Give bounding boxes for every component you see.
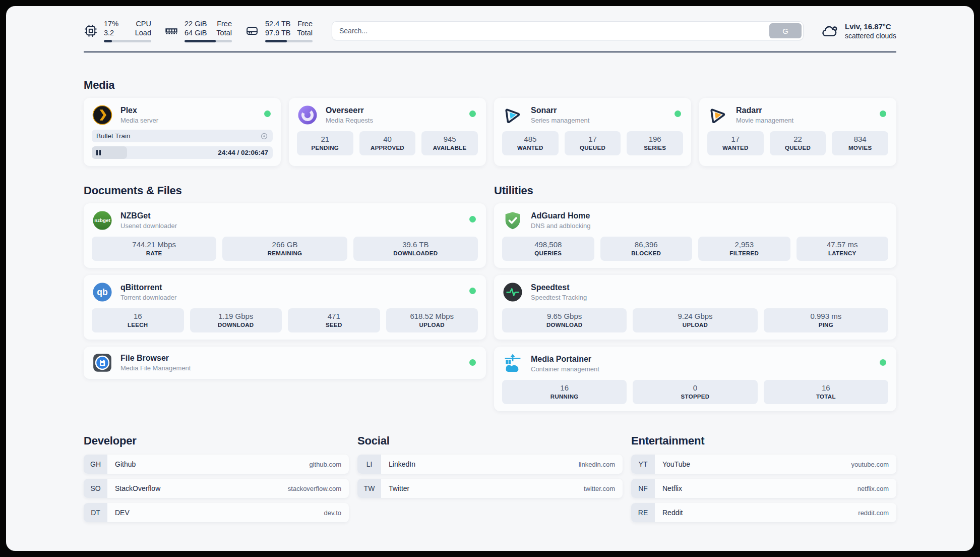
stat-leech: 16LEECH	[92, 308, 184, 332]
link-dev[interactable]: DT DEV dev.to	[84, 503, 349, 522]
link-github[interactable]: GH Github github.com	[84, 455, 349, 474]
link-label: Netflix	[662, 484, 682, 492]
app-name: Media Portainer	[531, 354, 599, 364]
link-url: reddit.com	[858, 509, 889, 517]
link-abbr: TW	[357, 479, 381, 498]
cpu-icon	[84, 24, 98, 38]
overseerr-icon	[297, 104, 318, 126]
link-label: StackOverflow	[115, 484, 160, 492]
pause-icon[interactable]	[96, 150, 103, 155]
app-name: Plex	[120, 105, 158, 116]
link-url: youtube.com	[851, 461, 889, 468]
app-name: AdGuard Home	[531, 211, 591, 221]
stat-filtered: 2,953FILTERED	[698, 237, 790, 261]
app-card-overseerr[interactable]: Overseerr Media Requests 21PENDING 40APP…	[289, 98, 486, 166]
app-card-nzbget[interactable]: nzbget NZBGet Usenet downloader 744.21 M…	[84, 203, 486, 268]
app-card-qbittorrent[interactable]: qb qBittorrent Torrent downloader 16LEEC…	[84, 275, 486, 340]
stat-ping: 0.993 msPING	[764, 308, 888, 332]
app-subtitle: Torrent downloader	[120, 293, 176, 302]
app-subtitle: Container management	[531, 365, 599, 373]
link-url: dev.to	[324, 509, 341, 517]
disk-label-1: Free	[297, 19, 313, 28]
app-card-portainer[interactable]: Media Portainer Container management 16R…	[494, 347, 896, 411]
app-subtitle: Series management	[531, 116, 589, 125]
stat-stopped: 0STOPPED	[633, 380, 757, 404]
sonarr-icon	[502, 104, 523, 126]
section-title-utilities: Utilities	[494, 184, 896, 197]
stat-rate: 744.21 MbpsRATE	[92, 237, 216, 261]
stat-total: 16TOTAL	[764, 380, 888, 404]
search-engine-button[interactable]: G	[769, 23, 802, 38]
media-cards: Plex Media server Bullet Train 24:44 / 0…	[84, 98, 896, 166]
status-dot	[469, 288, 476, 294]
documents-column: Documents & Files nzbget NZBGet Usenet d…	[84, 184, 486, 411]
stat-latency: 47.57 msLATENCY	[797, 237, 889, 261]
link-label: Reddit	[662, 509, 683, 517]
ram-icon	[164, 24, 178, 38]
ram-label-2: Total	[216, 28, 232, 37]
stat-downloaded: 39.6 TBDOWNLOADED	[353, 237, 478, 261]
link-abbr: LI	[357, 455, 381, 474]
links-column-developer: Developer GH Github github.com SO StackO…	[84, 434, 349, 522]
section-title-documents: Documents & Files	[84, 184, 486, 197]
app-card-plex[interactable]: Plex Media server Bullet Train 24:44 / 0…	[84, 98, 281, 166]
now-playing-title: Bullet Train	[96, 132, 131, 140]
cpu-progress-bar	[104, 40, 151, 42]
stat-download: 9.65 GbpsDOWNLOAD	[502, 308, 627, 332]
stat-upload: 9.24 GbpsUPLOAD	[633, 308, 757, 332]
app-card-radarr[interactable]: Radarr Movie management 17WANTED 22QUEUE…	[699, 98, 896, 166]
stat-available: 945AVAILABLE	[421, 131, 478, 155]
app-name: NZBGet	[120, 211, 177, 221]
app-card-speedtest[interactable]: Speedtest Speedtest Tracking 9.65 GbpsDO…	[494, 275, 896, 340]
app-subtitle: Usenet downloader	[120, 221, 177, 230]
link-netflix[interactable]: NF Netflix netflix.com	[631, 479, 896, 498]
section-title-developer: Developer	[84, 434, 349, 448]
app-card-filebrowser[interactable]: File Browser Media File Management	[84, 347, 486, 379]
app-name: Speedtest	[531, 283, 587, 293]
session-screen-icon[interactable]	[260, 132, 268, 140]
app-subtitle: Media Requests	[326, 116, 373, 125]
link-url: linkedin.com	[579, 461, 615, 468]
stat-wanted: 17WANTED	[707, 131, 764, 155]
section-title-social: Social	[357, 434, 623, 448]
radarr-icon	[707, 104, 728, 126]
ram-progress-bar	[185, 40, 232, 42]
ram-free: 22 GiB	[185, 19, 207, 28]
link-url: github.com	[309, 461, 341, 468]
qbittorrent-icon: qb	[92, 282, 113, 303]
stat-queries: 498,508QUERIES	[502, 237, 594, 261]
link-abbr: DT	[84, 503, 107, 522]
player-progress-row[interactable]: 24:44 / 02:06:47	[92, 146, 273, 159]
link-url: stackoverflow.com	[288, 485, 341, 492]
app-name: Sonarr	[531, 105, 589, 116]
filebrowser-icon	[92, 352, 113, 373]
app-card-adguard[interactable]: AdGuard Home DNS and adblocking 498,508Q…	[494, 203, 896, 268]
cpu-label-1: CPU	[136, 19, 151, 28]
now-playing-row[interactable]: Bullet Train	[92, 130, 273, 142]
link-linkedin[interactable]: LI LinkedIn linkedin.com	[357, 455, 623, 474]
stat-pending: 21PENDING	[297, 131, 353, 155]
link-reddit[interactable]: RE Reddit reddit.com	[631, 503, 896, 522]
svg-text:qb: qb	[97, 287, 107, 297]
ram-total: 64 GiB	[185, 28, 207, 37]
status-dot	[469, 216, 476, 222]
link-abbr: SO	[84, 479, 107, 498]
link-stackoverflow[interactable]: SO StackOverflow stackoverflow.com	[84, 479, 349, 498]
app-subtitle: Media server	[120, 116, 158, 125]
app-card-sonarr[interactable]: Sonarr Series management 485WANTED 17QUE…	[494, 98, 691, 166]
link-youtube[interactable]: YT YouTube youtube.com	[631, 455, 896, 474]
weather-location: Lviv, 16.87°C	[845, 22, 896, 31]
portainer-icon	[502, 353, 523, 374]
link-label: DEV	[115, 509, 130, 517]
links-column-social: Social LI LinkedIn linkedin.com TW Twitt…	[357, 434, 623, 522]
search-input[interactable]	[332, 21, 804, 40]
dashboard-window: 17%CPU 3.2Load 22 GiBFree 64 GiBTotal	[6, 6, 974, 551]
disk-label-2: Total	[297, 28, 313, 37]
app-name: qBittorrent	[120, 283, 176, 293]
speedtest-icon	[502, 282, 523, 303]
scattered-clouds-icon	[821, 22, 839, 40]
link-twitter[interactable]: TW Twitter twitter.com	[357, 479, 623, 498]
stat-remaining: 266 GBREMAINING	[222, 237, 347, 261]
app-subtitle: DNS and adblocking	[531, 221, 591, 230]
utilities-column: Utilities AdGuard Home DNS and adblockin…	[494, 184, 896, 411]
